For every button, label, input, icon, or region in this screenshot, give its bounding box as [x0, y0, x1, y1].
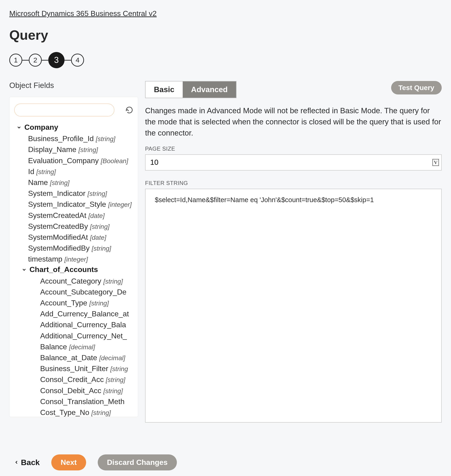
step-1[interactable]: 1 [9, 54, 22, 67]
chevron-left-icon [14, 460, 19, 465]
tree-node-company[interactable]: Company Business_Profile_Id [string]Disp… [17, 122, 133, 417]
tree-field-item[interactable]: Account_Category [string] [40, 276, 133, 287]
discard-changes-button[interactable]: Discard Changes [98, 454, 177, 470]
step-3[interactable]: 3 [48, 52, 64, 68]
tree-field-item[interactable]: Add_Currency_Balance_at [40, 308, 133, 319]
mode-info-text: Changes made in Advanced Mode will not b… [145, 105, 442, 138]
filter-string-input[interactable] [145, 189, 442, 423]
object-fields-panel: Company Business_Profile_Id [string]Disp… [9, 97, 138, 417]
step-connector [22, 60, 29, 61]
back-label: Back [21, 458, 40, 467]
tree-field-item[interactable]: Display_Name [string] [28, 144, 133, 155]
chevron-down-icon[interactable] [17, 125, 22, 130]
tree-field-item[interactable]: SystemCreatedAt [date] [28, 210, 133, 221]
breadcrumb-link[interactable]: Microsoft Dynamics 365 Business Central … [9, 9, 157, 18]
step-2[interactable]: 2 [29, 54, 42, 67]
tree-field-item[interactable]: Balance_at_Date [decimal] [40, 352, 133, 363]
tree-field-item[interactable]: System_Indicator_Style [integer] [28, 199, 133, 210]
mode-tab-group: Basic Advanced [145, 81, 237, 98]
fields-tree: Company Business_Profile_Id [string]Disp… [17, 122, 133, 417]
tree-field-item[interactable]: Consol_Credit_Acc [string] [40, 374, 133, 385]
page-size-input[interactable] [145, 154, 442, 171]
step-4[interactable]: 4 [71, 54, 84, 67]
tree-field-item[interactable]: Additional_Currency_Net_ [40, 331, 133, 341]
tree-field-item[interactable]: SystemCreatedBy [string] [28, 221, 133, 232]
refresh-icon[interactable] [125, 106, 133, 114]
tree-field-item[interactable]: Cost_Type_No [string] [40, 407, 133, 417]
tree-field-item[interactable]: Business_Profile_Id [string] [28, 133, 133, 144]
tree-field-item[interactable]: Additional_Currency_Bala [40, 319, 133, 330]
step-connector [64, 60, 71, 61]
page-size-label: PAGE SIZE [145, 145, 442, 152]
tree-field-item[interactable]: Balance [decimal] [40, 341, 133, 352]
tree-field-item[interactable]: Account_Type [string] [40, 298, 133, 308]
test-query-button[interactable]: Test Query [391, 81, 442, 94]
object-fields-label: Object Fields [9, 81, 138, 90]
filter-string-label: FILTER STRING [145, 180, 442, 186]
wizard-stepper: 1 2 3 4 [9, 52, 442, 68]
tree-field-item[interactable]: Business_Unit_Filter [string [40, 363, 133, 374]
tree-field-item[interactable]: SystemModifiedAt [date] [28, 232, 133, 243]
tree-field-item[interactable]: Consol_Translation_Meth [40, 396, 133, 407]
object-fields-search-input[interactable] [14, 104, 114, 117]
tree-node-chart-of-accounts[interactable]: Chart_of_Accounts Account_Category [stri… [30, 265, 133, 417]
chevron-down-icon[interactable] [22, 267, 27, 272]
tree-field-item[interactable]: System_Indicator [string] [28, 188, 133, 199]
tree-field-item[interactable]: Consol_Debit_Acc [string] [40, 385, 133, 396]
tree-field-item[interactable]: timestamp [integer] [28, 254, 133, 265]
tree-field-item[interactable]: Id [string] [28, 166, 133, 177]
tree-node-label: Company [24, 122, 58, 132]
back-button[interactable]: Back [14, 458, 40, 467]
tree-node-label: Chart_of_Accounts [30, 265, 98, 275]
tree-field-item[interactable]: Name [string] [28, 177, 133, 188]
tree-field-item[interactable]: Evaluation_Company [Boolean] [28, 155, 133, 166]
tree-field-item[interactable]: SystemModifiedBy [string] [28, 243, 133, 254]
next-button[interactable]: Next [51, 454, 86, 470]
page-title: Query [9, 27, 442, 43]
tab-advanced[interactable]: Advanced [183, 81, 236, 98]
tab-basic[interactable]: Basic [145, 81, 183, 98]
variable-badge-icon[interactable]: V [432, 159, 439, 166]
step-connector [42, 60, 48, 61]
tree-field-item[interactable]: Account_Subcategory_De [40, 287, 133, 298]
